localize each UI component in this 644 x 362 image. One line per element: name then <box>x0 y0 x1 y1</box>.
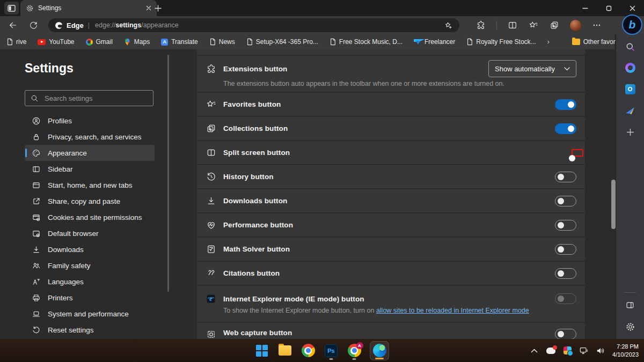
sidebar-item-profiles[interactable]: Profiles <box>25 113 155 129</box>
toolbar-action-icons <box>475 20 602 31</box>
bookmark-item[interactable]: Maps <box>124 38 150 46</box>
laptop-icon <box>31 309 41 319</box>
sidebar-item-share-copy-paste[interactable]: Share, copy and paste <box>25 193 155 209</box>
collections-button-toggle[interactable] <box>555 123 576 134</box>
sidebar-item-appearance[interactable]: Appearance <box>25 145 155 161</box>
downloads-icon <box>206 196 216 206</box>
maps-icon <box>124 39 131 46</box>
family-icon <box>31 261 41 270</box>
nav-scrollbar[interactable] <box>167 55 169 292</box>
bookmarks-bar: rive YouTube Gmail Maps A Translate News… <box>0 34 614 49</box>
share-icon <box>31 196 41 206</box>
split-screen-toolbar-icon[interactable] <box>507 20 518 31</box>
search-input[interactable] <box>43 94 148 103</box>
discord-tray-icon[interactable] <box>546 346 555 356</box>
page-scrollbar-thumb[interactable] <box>611 180 616 229</box>
default-browser-icon <box>31 228 41 238</box>
bookmark-item[interactable]: rive <box>6 38 26 46</box>
extensions-icon[interactable] <box>475 20 486 31</box>
sidebar-item-sidebar[interactable]: Sidebar <box>25 161 155 177</box>
bookmark-item[interactable]: Gmail <box>86 38 113 46</box>
setting-row-performance: Performance button <box>197 213 585 237</box>
photoshop-button[interactable]: Ps <box>324 341 339 360</box>
workspaces-button[interactable] <box>4 2 19 14</box>
bookmark-item[interactable]: Free Stock Music, D... <box>330 38 402 46</box>
extensions-icon <box>206 63 216 74</box>
sidebar-search-button[interactable] <box>623 40 637 54</box>
edge-sidebar: O <box>616 34 644 339</box>
new-tab-button[interactable] <box>151 2 164 14</box>
bookmark-item[interactable]: YouTube <box>38 38 74 46</box>
slack-tray-icon[interactable] <box>562 346 572 356</box>
bing-chat-button[interactable]: b <box>622 14 642 35</box>
history-button-toggle[interactable] <box>555 172 576 182</box>
sidebar-item-privacy[interactable]: Privacy, search, and services <box>25 129 155 145</box>
back-button[interactable] <box>8 20 18 31</box>
chrome-profile-button[interactable]: A <box>347 341 362 360</box>
page-icon <box>209 38 216 46</box>
photoshop-icon: Ps <box>325 344 338 357</box>
page-icon <box>330 38 336 46</box>
file-explorer-button[interactable] <box>277 341 292 360</box>
sidebar-item-cookies-permissions[interactable]: Cookies and site permissions <box>25 209 155 225</box>
add-favorite-icon[interactable] <box>444 21 453 30</box>
translate-icon: A <box>161 39 168 46</box>
settings-search-box[interactable] <box>25 90 153 106</box>
profile-avatar[interactable] <box>570 20 581 31</box>
network-tray-icon[interactable] <box>579 346 589 356</box>
tab-settings[interactable]: Settings <box>20 0 157 16</box>
sidebar-add-button[interactable] <box>623 125 637 139</box>
citations-button-toggle[interactable] <box>555 268 576 279</box>
collections-icon <box>206 123 216 134</box>
collections-toolbar-icon[interactable] <box>549 20 560 31</box>
sidebar-item-printers[interactable]: Printers <box>25 290 155 306</box>
extensions-visibility-dropdown[interactable]: Show automatically <box>488 60 576 77</box>
bookmark-item[interactable]: News <box>209 38 235 46</box>
math-solver-button-toggle[interactable] <box>555 244 576 255</box>
more-menu-icon[interactable] <box>591 20 602 31</box>
chrome-icon <box>302 344 315 357</box>
sidebar-outlook-button[interactable]: O <box>623 82 637 96</box>
sidebar-item-downloads[interactable]: Downloads <box>25 241 155 257</box>
refresh-button[interactable] <box>28 20 39 31</box>
languages-icon <box>31 277 41 286</box>
sidebar-item-default-browser[interactable]: Default browser <box>25 225 155 241</box>
tab-close-icon[interactable] <box>146 5 151 11</box>
sidebar-item-family-safety[interactable]: Family safety <box>25 257 155 274</box>
printer-icon <box>31 293 41 302</box>
tray-chevron-icon[interactable] <box>529 346 539 356</box>
edge-browser-window: Settings Edge | edge://settings/ap <box>0 0 644 362</box>
downloads-button-toggle[interactable] <box>555 196 576 206</box>
setting-description: To show the Internet Explorer mode butto… <box>223 307 576 314</box>
bookmark-item[interactable]: Freelancer <box>414 38 455 46</box>
address-bar[interactable]: Edge | edge://settings/appearance <box>48 18 459 32</box>
volume-tray-icon[interactable] <box>596 346 605 356</box>
highlight-red-box <box>572 149 583 157</box>
bookmark-item[interactable]: Royalty Free Stock... <box>466 38 536 46</box>
maximize-button[interactable] <box>597 0 620 16</box>
edge-button[interactable] <box>370 341 389 360</box>
sidebar-microsoft365-button[interactable] <box>623 61 637 75</box>
search-icon <box>31 94 39 102</box>
sidebar-item-start-home[interactable]: Start, home, and new tabs <box>25 177 155 193</box>
sidebar-item-reset-settings[interactable]: Reset settings <box>25 322 155 338</box>
start-button[interactable] <box>254 341 269 360</box>
sidebar-settings-gear-button[interactable] <box>623 320 637 334</box>
performance-button-toggle[interactable] <box>555 220 576 231</box>
folder-icon <box>572 39 580 45</box>
web-capture-button-toggle[interactable] <box>555 329 576 339</box>
favorites-toolbar-icon[interactable] <box>528 20 539 31</box>
bookmark-item[interactable]: Setup-X64 -365 Pro... <box>246 38 318 46</box>
chrome-button[interactable] <box>301 341 316 360</box>
sidebar-designer-button[interactable] <box>623 104 637 117</box>
ie-mode-link[interactable]: allow sites to be reloaded in Internet E… <box>376 307 529 314</box>
sidebar-item-system-performance[interactable]: System and performance <box>25 306 155 322</box>
sidebar-item-languages[interactable]: Languages <box>25 274 155 290</box>
sidebar-panel-toggle-button[interactable] <box>623 298 637 312</box>
minimize-button[interactable] <box>573 0 597 16</box>
close-button[interactable] <box>620 0 644 16</box>
taskbar-clock[interactable]: 7:28 PM 4/10/2023 <box>612 343 639 358</box>
bookmarks-overflow-button[interactable]: › <box>547 38 550 46</box>
favorites-button-toggle[interactable] <box>555 99 576 110</box>
bookmark-item[interactable]: A Translate <box>161 38 198 46</box>
